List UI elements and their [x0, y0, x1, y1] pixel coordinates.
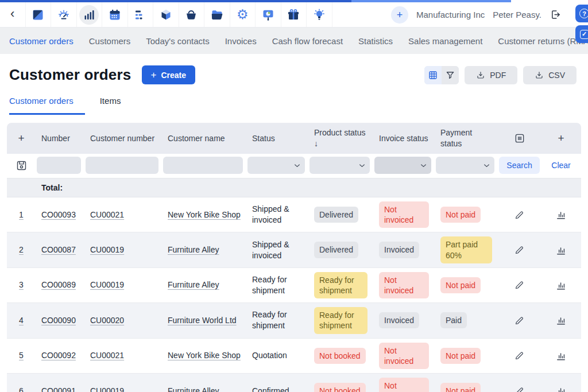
edit-button[interactable] [514, 315, 525, 326]
folder-icon[interactable] [204, 2, 230, 27]
customer-name-filter-input[interactable] [163, 157, 243, 174]
basket-icon[interactable] [179, 2, 205, 27]
calendar-icon[interactable] [102, 2, 128, 27]
pencil-icon [514, 280, 525, 290]
row-number-link[interactable]: 3 [19, 280, 24, 289]
nav-item-5[interactable]: Statistics [358, 36, 393, 46]
customer-name-link[interactable]: Furniture Alley [168, 245, 219, 254]
customer-name-link[interactable]: Furniture Alley [168, 280, 219, 289]
customer-name-link[interactable]: New York Bike Shop [168, 351, 241, 360]
customer-number-link[interactable]: CU00019 [90, 245, 124, 254]
clear-button[interactable]: Clear [551, 161, 570, 170]
row-stats-button[interactable] [555, 350, 567, 362]
nav-item-4[interactable]: Cash flow forecast [272, 36, 343, 46]
ideas-icon[interactable] [307, 2, 332, 27]
customer-name-link[interactable]: Furniture Alley [168, 386, 219, 392]
main-toolbar: ‹⚙ + Manufacturing Inc Peter Peasy. [0, 2, 588, 28]
column-header-invoice-status[interactable]: Invoice status [373, 129, 435, 149]
dashboard-icon[interactable] [51, 2, 77, 27]
nav-item-0[interactable]: Customer orders [9, 36, 74, 46]
column-header-customer-number[interactable]: Customer number [84, 129, 162, 149]
pdf-export-button[interactable]: PDF [465, 66, 517, 84]
user-name[interactable]: Peter Peasy. [493, 10, 541, 20]
nav-item-7[interactable]: Customer returns (RMAs) [498, 36, 588, 46]
customer-number-filter-input[interactable] [86, 157, 158, 174]
customer-number-link[interactable]: CU00019 [90, 386, 124, 392]
total-row: Total: [7, 178, 581, 197]
column-header-payment-status[interactable]: Payment status [435, 123, 498, 154]
search-button[interactable]: Search [499, 157, 539, 174]
nav-item-1[interactable]: Customers [89, 36, 131, 46]
edit-button[interactable] [514, 209, 525, 220]
save-filter-button[interactable] [16, 160, 28, 172]
product-status-badge: Delivered [314, 242, 358, 258]
settings-icon[interactable]: ⚙ [230, 2, 256, 27]
row-number-link[interactable]: 4 [19, 316, 24, 325]
number-filter-input[interactable] [37, 157, 81, 174]
tab-0[interactable]: Customer orders [9, 96, 85, 115]
bar-chart-icon[interactable] [77, 2, 103, 27]
row-number-link[interactable]: 2 [19, 245, 24, 254]
payment-status-filter-select[interactable] [436, 157, 494, 174]
status-filter-select[interactable] [247, 157, 305, 174]
product-status-badge: Ready for shipment [314, 272, 368, 298]
row-number-link[interactable]: 6 [19, 386, 24, 392]
invoice-status-filter-select[interactable] [374, 157, 431, 174]
row-stats-button[interactable] [555, 244, 567, 256]
configure-columns-button[interactable] [498, 133, 541, 144]
customer-number-link[interactable]: CU00021 [90, 210, 124, 219]
customer-name-link[interactable]: Furniture World Ltd [168, 316, 237, 325]
edit-button[interactable] [514, 280, 525, 290]
chevron-down-icon [419, 161, 428, 170]
add-row-button[interactable]: + [7, 132, 36, 145]
column-header-number[interactable]: Number [36, 129, 84, 149]
product-status-badge: Ready for shipment [314, 307, 368, 333]
back-icon[interactable]: ‹ [0, 2, 26, 27]
nav-item-3[interactable]: Invoices [225, 36, 257, 46]
column-header-customer-name[interactable]: Customer name [162, 129, 246, 149]
bar-chart-icon [555, 315, 567, 326]
filter-view-button[interactable] [442, 66, 459, 84]
order-number-link[interactable]: CO00090 [41, 316, 76, 325]
column-header-product-status[interactable]: Product status ↓ [308, 123, 373, 154]
nav-item-6[interactable]: Sales management [408, 36, 482, 46]
order-number-link[interactable]: CO00093 [41, 210, 76, 219]
help-button[interactable]: ? [575, 5, 588, 22]
tasks-button[interactable]: ✓ [575, 25, 588, 43]
add-column-button[interactable]: + [541, 132, 581, 145]
create-button[interactable]: + Create [142, 65, 196, 84]
customer-number-link[interactable]: CU00019 [90, 280, 124, 289]
inventory-icon[interactable] [153, 2, 179, 27]
row-stats-button[interactable] [555, 209, 567, 220]
csv-export-button[interactable]: CSV [523, 66, 577, 84]
order-number-link[interactable]: CO00087 [41, 245, 76, 254]
invoice-status-badge: Not invoiced [379, 272, 429, 298]
edit-button[interactable] [514, 244, 525, 255]
view-toggle [424, 66, 459, 84]
product-status-filter-select[interactable] [310, 157, 370, 174]
customer-number-link[interactable]: CU00021 [90, 351, 124, 360]
logo-icon[interactable] [26, 2, 52, 27]
customer-number-link[interactable]: CU00020 [90, 316, 124, 325]
edit-button[interactable] [514, 350, 525, 361]
nav-item-2[interactable]: Today's contacts [146, 36, 209, 46]
tab-1[interactable]: Items [100, 96, 121, 115]
row-number-link[interactable]: 1 [19, 210, 24, 219]
row-stats-button[interactable] [555, 385, 567, 392]
edge-buttons: ? ✓ [575, 5, 588, 43]
add-company-button[interactable]: + [391, 6, 408, 24]
gantt-icon[interactable] [128, 2, 154, 27]
row-stats-button[interactable] [555, 315, 567, 326]
customer-name-link[interactable]: New York Bike Shop [168, 210, 241, 219]
table-view-button[interactable] [424, 66, 442, 84]
row-stats-button[interactable] [555, 280, 567, 291]
order-number-link[interactable]: CO00091 [41, 386, 76, 392]
row-number-link[interactable]: 5 [19, 351, 24, 360]
order-number-link[interactable]: CO00089 [41, 280, 76, 289]
edit-button[interactable] [514, 386, 525, 392]
presentation-icon[interactable] [256, 2, 281, 27]
logout-button[interactable] [550, 9, 562, 21]
order-number-link[interactable]: CO00092 [41, 351, 76, 360]
gift-icon[interactable] [281, 2, 307, 27]
column-header-status[interactable]: Status [246, 129, 308, 149]
